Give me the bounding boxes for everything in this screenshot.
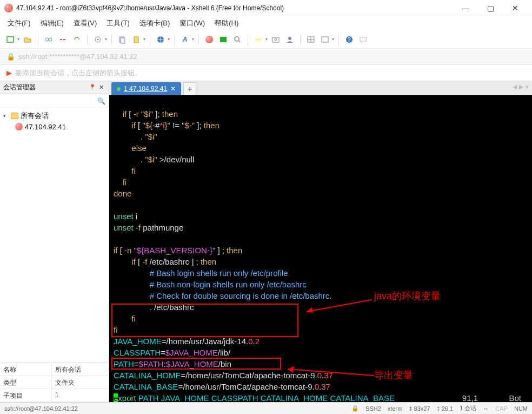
find-icon[interactable] [231,34,243,45]
tab-nav: ◀ ▶ ▾ [513,83,529,90]
connect-icon[interactable] [43,34,55,45]
svg-text:?: ? [348,37,351,43]
open-icon[interactable] [22,34,34,45]
session-icon[interactable] [319,34,331,45]
properties-icon[interactable] [92,34,104,45]
hint-bar: ▶ 要添加当前会话，点击左侧的箭头按钮。 [0,65,532,81]
tab-next-icon[interactable]: ▶ [519,83,523,90]
session-manager: 会话管理器 📍 ✕ 🔍 ▾ 所有会话 47.104.92.41 名称 所有会话 [0,81,109,402]
search-icon[interactable]: 🔍 [97,97,105,105]
hint-text: 要添加当前会话，点击左侧的箭头按钮。 [15,68,142,78]
screenshot-icon[interactable] [270,34,282,45]
annotation-export: 导出变量 [374,370,413,380]
sidebar-title: 会话管理器 [3,83,88,92]
menu-edit[interactable]: 编辑(E) [38,17,66,29]
layout-icon[interactable] [305,34,317,45]
arrow-1 [301,295,377,317]
session-tree: ▾ 所有会话 47.104.92.41 [0,108,109,363]
tree-root[interactable]: ▾ 所有会话 [3,110,105,121]
search-input[interactable] [3,97,97,105]
close-button[interactable]: ✕ [503,0,528,16]
status-ssh: SSH2 [365,405,381,412]
annotation-java-env: java的环境变量 [374,291,441,301]
svg-rect-13 [272,37,279,42]
svg-point-2 [45,38,49,41]
status-address: ssh://root@47.104.92.41:22 [4,405,78,412]
svg-rect-17 [322,37,328,42]
svg-marker-23 [288,366,294,373]
comment-icon[interactable] [357,34,369,45]
font-icon[interactable]: A [179,34,191,45]
window-title: 47.104.92.41 - root@iZ6t33vpf46j9vZ:/hom… [16,4,453,12]
address-text: ssh://root:***********@47.104.92.41:22 [18,52,137,61]
ssh-lock-icon: 🔒 [351,405,359,412]
svg-rect-10 [220,37,227,42]
svg-rect-8 [134,37,138,43]
highlight-icon[interactable] [252,34,264,45]
pin-icon[interactable]: 📍 [88,84,97,91]
sidebar-search: 🔍 [0,94,109,108]
menu-tools[interactable]: 工具(T) [104,17,132,29]
terminal[interactable]: if [ -r "$i" ]; then if [ "${-#*i}" != "… [109,95,532,402]
tab-label: 1 47.104.92.41 [124,85,167,93]
session-label: 47.104.92.41 [25,123,66,131]
annotation-box-1 [111,304,298,337]
arrow-2 [282,365,380,381]
menu-window[interactable]: 窗口(W) [177,17,207,29]
maximize-button[interactable]: ▢ [478,0,503,16]
menu-help[interactable]: 帮助(H) [212,17,241,29]
tab-close-icon[interactable]: ✕ [170,85,176,93]
root-label: 所有会话 [21,111,49,121]
sidebar-header: 会话管理器 📍 ✕ [0,81,109,94]
user-icon[interactable] [284,34,296,45]
titlebar: 47.104.92.41 - root@iZ6t33vpf46j9vZ:/hom… [0,0,532,16]
app-icon [4,4,13,12]
grip-icon: ↔ [483,405,489,412]
svg-point-3 [49,38,52,41]
main-area: 会话管理器 📍 ✕ 🔍 ▾ 所有会话 47.104.92.41 名称 所有会话 [0,81,532,402]
prop-type: 类型 文件夹 [0,376,109,389]
tab-active[interactable]: 1 47.104.92.41 ✕ [111,82,181,95]
minimize-button[interactable]: — [453,0,478,16]
tab-add-button[interactable]: + [183,82,196,95]
lock-icon: 🔒 [6,52,15,61]
menubar: 文件(F) 编辑(E) 查看(V) 工具(T) 选项卡(B) 窗口(W) 帮助(… [0,16,532,30]
menu-file[interactable]: 文件(F) [5,17,33,29]
svg-text:+: + [12,35,15,40]
svg-point-11 [235,37,239,41]
reconnect-icon[interactable] [71,34,83,45]
copy-icon[interactable] [116,34,128,45]
help-icon[interactable]: ? [343,34,355,45]
xshell-icon[interactable] [203,34,215,45]
folder-icon [11,113,18,119]
tree-session[interactable]: 47.104.92.41 [3,121,105,132]
toolbar: +▾ ▾ ▾ ▾ A▾ ▾ ▾ ? [0,30,532,49]
prop-children: 子项目 1 [0,389,109,402]
prop-name: 名称 所有会话 [0,363,109,376]
new-session-icon[interactable]: + [4,34,16,45]
terminal-icon[interactable] [217,34,229,45]
session-node-icon [15,123,23,130]
svg-rect-12 [256,38,261,41]
status-bar: ssh://root@47.104.92.41:22 🔒 SSH2 xterm … [0,402,532,414]
disconnect-icon[interactable] [57,34,69,45]
svg-line-22 [288,369,374,376]
tab-prev-icon[interactable]: ◀ [513,83,517,90]
menu-tab[interactable]: 选项卡(B) [137,17,172,29]
status-dot-icon [117,87,121,91]
address-bar[interactable]: 🔒 ssh://root:***********@47.104.92.41:22 [0,49,532,65]
tab-list-icon[interactable]: ▾ [526,83,529,90]
status-pos: ‡ 26,1 [437,405,454,412]
annotation-box-2 [111,358,281,370]
menu-view[interactable]: 查看(V) [71,17,99,29]
paste-icon[interactable] [130,34,142,45]
content-area: 1 47.104.92.41 ✕ + ◀ ▶ ▾ if [ -r "$i" ];… [109,81,532,402]
sidebar-close-icon[interactable]: ✕ [97,84,105,91]
svg-point-5 [97,38,99,40]
flag-icon: ▶ [6,69,12,77]
status-term: xterm [388,405,403,412]
collapse-icon[interactable]: ▾ [3,113,9,119]
svg-line-20 [307,300,371,312]
status-size: ‡ 83x27 [409,405,430,412]
globe-icon[interactable] [155,34,167,45]
